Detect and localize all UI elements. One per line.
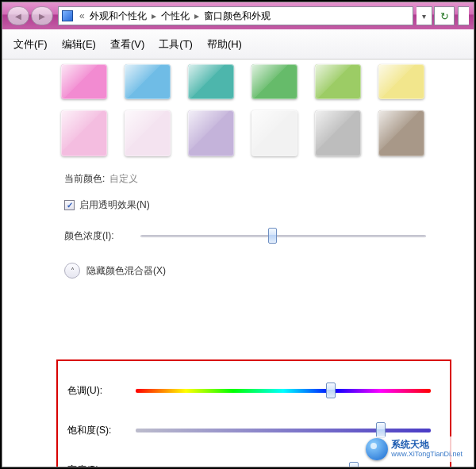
slider-thumb[interactable]: [376, 422, 386, 438]
color-swatch[interactable]: [315, 64, 361, 99]
menu-help[interactable]: 帮助(H): [207, 37, 242, 52]
color-swatch[interactable]: [251, 110, 298, 156]
brightness-label: 亮度(B):: [67, 463, 136, 467]
watermark-title: 系统天地: [391, 440, 463, 450]
chevron-right-icon: ▸: [194, 10, 199, 21]
current-color-label: 当前颜色:: [64, 172, 105, 186]
saturation-label: 饱和度(S):: [67, 424, 136, 437]
color-swatch[interactable]: [251, 64, 298, 99]
hue-label: 色调(U):: [67, 384, 136, 398]
breadcrumb-seg-2[interactable]: 个性化: [161, 10, 190, 23]
menubar: 文件(F) 编辑(E) 查看(V) 工具(T) 帮助(H): [2, 29, 474, 60]
breadcrumb-root-arrow: «: [79, 10, 85, 21]
current-color-value: 自定义: [109, 172, 138, 186]
toggle-color-mixer-button[interactable]: ˄: [64, 263, 80, 279]
color-swatch[interactable]: [125, 64, 171, 99]
menu-file[interactable]: 文件(F): [13, 37, 48, 52]
refresh-button[interactable]: ↻: [434, 6, 455, 25]
control-panel-icon: [62, 10, 73, 21]
color-swatch[interactable]: [61, 110, 107, 156]
search-input[interactable]: [458, 6, 469, 25]
hue-slider[interactable]: [136, 383, 431, 398]
slider-thumb[interactable]: [268, 228, 277, 244]
watermark-logo-icon: [366, 438, 388, 460]
color-swatch[interactable]: [125, 110, 171, 156]
nav-back-button[interactable]: ◄: [7, 6, 29, 25]
nav-forward-button[interactable]: ►: [31, 6, 53, 25]
chevron-right-icon: ▸: [152, 10, 156, 21]
color-intensity-label: 颜色浓度(I):: [64, 229, 140, 243]
slider-thumb[interactable]: [349, 462, 359, 467]
breadcrumb-seg-1[interactable]: 外观和个性化: [90, 10, 147, 23]
color-swatch[interactable]: [61, 64, 107, 99]
watermark: 系统天地 www.XiTongTianDi.net: [363, 436, 466, 462]
enable-transparency-label[interactable]: 启用透明效果(N): [79, 198, 150, 212]
enable-transparency-checkbox[interactable]: ✓: [64, 200, 75, 210]
color-swatch[interactable]: [378, 64, 424, 99]
menu-edit[interactable]: 编辑(E): [62, 37, 96, 52]
breadcrumb-dropdown-button[interactable]: ▾: [416, 6, 432, 25]
toggle-color-mixer-label[interactable]: 隐藏颜色混合器(X): [86, 264, 166, 278]
slider-track: [140, 235, 426, 237]
color-swatch[interactable]: [378, 110, 424, 156]
color-swatch[interactable]: [188, 64, 234, 99]
color-swatch[interactable]: [188, 110, 234, 156]
brightness-slider[interactable]: [136, 462, 431, 467]
slider-thumb[interactable]: [326, 383, 336, 398]
slider-track: [136, 389, 431, 393]
menu-view[interactable]: 查看(V): [110, 37, 144, 52]
color-intensity-slider[interactable]: [140, 228, 426, 244]
breadcrumb-seg-3[interactable]: 窗口颜色和外观: [204, 10, 271, 23]
color-swatch[interactable]: [315, 110, 361, 156]
breadcrumb[interactable]: « 外观和个性化 ▸ 个性化 ▸ 窗口颜色和外观: [58, 6, 413, 25]
saturation-slider[interactable]: [136, 422, 431, 438]
watermark-url: www.XiTongTianDi.net: [391, 451, 463, 459]
menu-tools[interactable]: 工具(T): [159, 37, 193, 52]
slider-track: [136, 429, 431, 432]
